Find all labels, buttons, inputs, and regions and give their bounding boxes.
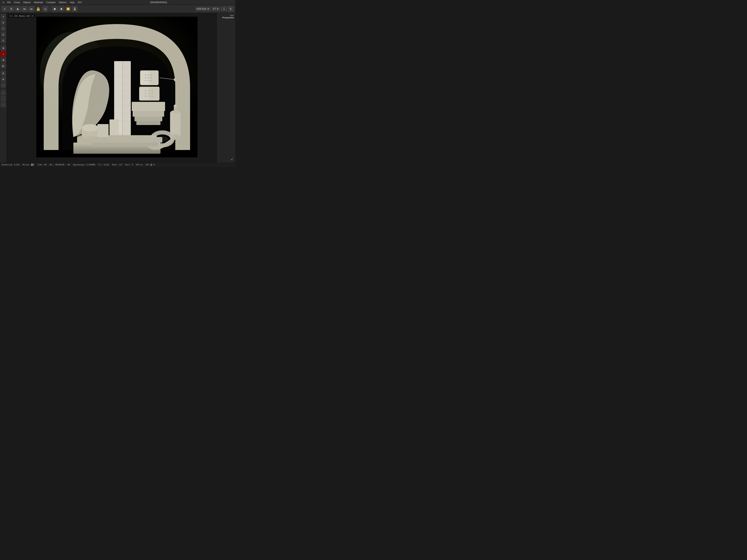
svg-point-20 bbox=[151, 75, 152, 76]
svg-rect-56 bbox=[88, 137, 162, 142]
left-toolbar: ✦ ⊕ ↻ ⊞ ◎ ▦ ● ◑ ◐ ✿ ❋ □ ○ ◦ → bbox=[0, 13, 7, 163]
svg-point-35 bbox=[145, 96, 146, 97]
lt-btn-arrow[interactable]: → bbox=[1, 102, 6, 107]
toolbar-btn-2[interactable]: ⏸ bbox=[8, 6, 14, 11]
hdr-tone-control: HDR tone ▼ PT ▼ 1 ⇅ bbox=[195, 6, 233, 11]
hair-label: Hair: 0 bbox=[125, 164, 133, 166]
gpu-icon: ▊ bbox=[151, 164, 152, 166]
perspective-label: Perspective bbox=[222, 17, 234, 19]
svg-point-18 bbox=[145, 75, 146, 76]
lt-btn-contrast[interactable]: ◐ bbox=[1, 63, 6, 68]
status-mssec: Ms/sec: ▓▒░ bbox=[23, 164, 34, 166]
hamburger-menu[interactable]: ≡ bbox=[1, 1, 5, 4]
svg-point-30 bbox=[148, 90, 150, 91]
menu-materials[interactable]: Materials bbox=[33, 1, 45, 4]
menu-compare[interactable]: Compare bbox=[45, 1, 57, 4]
corner-icon: ↙ bbox=[231, 157, 234, 161]
tri-label: Tri: 0/32k bbox=[98, 164, 109, 166]
toolbar-increment[interactable]: ⇅ bbox=[228, 6, 233, 11]
status-spp: Spp/maxspp: 5/160000 bbox=[73, 164, 95, 166]
svg-point-19 bbox=[148, 75, 149, 76]
hdr-tone-dropdown[interactable]: HDR tone ▼ bbox=[195, 7, 211, 11]
status-gpu: GPU: ▊ S1 bbox=[146, 164, 155, 166]
lt-btn-small[interactable]: ◦ bbox=[1, 96, 6, 101]
status-bar: Rendering: 0.03% Ms/sec: ▓▒░ Time: 00 : … bbox=[0, 163, 235, 167]
view-label: View bbox=[230, 15, 234, 17]
lt-btn-box[interactable]: □ bbox=[1, 83, 6, 88]
lt-btn-select[interactable]: ✦ bbox=[1, 14, 6, 19]
toolbar-btn-6[interactable]: ◎ bbox=[43, 6, 48, 11]
gpu-label: GPU: bbox=[146, 164, 150, 166]
svg-point-24 bbox=[145, 80, 146, 81]
status-tri: Tri: 0/32k bbox=[98, 164, 109, 166]
svg-point-33 bbox=[148, 93, 150, 94]
spp-label: Spp/maxspp: 5/160000 bbox=[73, 164, 95, 166]
svg-rect-54 bbox=[174, 106, 177, 113]
status-time: Time: 00 : 00 : 00/00/00 : 00 bbox=[37, 164, 70, 166]
status-hair: Hair: 0 bbox=[125, 164, 133, 166]
toolbar-btn-7[interactable]: ⏹ bbox=[52, 6, 57, 11]
time-label: Time: 00 : 00 : 00/00/00 : 00 bbox=[37, 164, 70, 166]
svg-rect-28 bbox=[140, 87, 149, 100]
menu-options[interactable]: Options bbox=[57, 1, 68, 4]
toolbar-btn-9[interactable]: ⏪ bbox=[65, 6, 71, 11]
menu-gui[interactable]: GUI bbox=[76, 1, 83, 4]
mesh-label: Mesh: 127 bbox=[112, 164, 122, 166]
lt-btn-move[interactable]: ⊕ bbox=[1, 20, 6, 25]
pt-label: PT bbox=[213, 7, 216, 10]
svg-point-49 bbox=[82, 124, 98, 132]
toolbar-btn-4[interactable]: ⏭ bbox=[22, 6, 27, 11]
svg-rect-50 bbox=[98, 124, 108, 137]
render-canvas bbox=[36, 17, 198, 157]
menu-bar: ≡ File Cloud Objects Materials Compare O… bbox=[0, 0, 235, 5]
lt-btn-checkerboard[interactable]: ▦ bbox=[1, 45, 6, 51]
svg-rect-41 bbox=[133, 111, 164, 117]
svg-point-32 bbox=[145, 93, 146, 94]
svg-point-26 bbox=[151, 80, 152, 81]
rtx-label: RTX:on bbox=[136, 164, 143, 166]
lt-btn-fx2[interactable]: ❋ bbox=[1, 77, 6, 82]
toolbar-btn-3[interactable]: ▶ bbox=[15, 6, 21, 11]
svg-point-25 bbox=[148, 80, 149, 81]
svg-point-36 bbox=[148, 96, 150, 97]
svg-point-55 bbox=[174, 105, 177, 106]
hdr-dropdown-arrow: ▼ bbox=[207, 7, 209, 10]
status-mesh: Mesh: 127 bbox=[112, 164, 122, 166]
lt-btn-red[interactable]: ● bbox=[1, 51, 6, 56]
lt-btn-fx1[interactable]: ✿ bbox=[1, 71, 6, 76]
svg-point-21 bbox=[145, 77, 146, 78]
status-rtx: RTX:on bbox=[136, 164, 143, 166]
lt-btn-camera[interactable]: ◎ bbox=[1, 38, 6, 43]
lt-btn-rotate[interactable]: ↻ bbox=[1, 26, 6, 31]
lt-btn-scale[interactable]: ⊞ bbox=[1, 32, 6, 37]
viewport-info: tri 32k Nodes:263 [C bbox=[8, 15, 35, 18]
render-num[interactable]: 1 bbox=[221, 7, 227, 11]
toolbar-btn-8[interactable]: ⏺ bbox=[58, 6, 64, 11]
pt-dropdown[interactable]: PT ▼ bbox=[212, 7, 220, 11]
lt-sep-3 bbox=[1, 89, 5, 89]
svg-point-31 bbox=[152, 90, 153, 91]
right-panel: View Perspective ↙ bbox=[217, 13, 235, 163]
toolbar-btn-5[interactable]: ⏮ bbox=[28, 6, 34, 11]
svg-rect-57 bbox=[92, 142, 159, 146]
toolbar-btn-10[interactable]: ⌛ bbox=[72, 6, 77, 11]
svg-point-34 bbox=[152, 93, 153, 94]
svg-point-37 bbox=[152, 96, 153, 97]
main-toolbar: ≡ ⏸ ▶ ⏭ ⏮ 🔒 ◎ ⏹ ⏺ ⏪ ⌛ HDR tone ▼ PT ▼ 1 … bbox=[0, 5, 235, 13]
menu-file[interactable]: File bbox=[5, 1, 12, 4]
menu-help[interactable]: Help bbox=[68, 1, 76, 4]
svg-point-39 bbox=[174, 78, 177, 81]
hdr-tone-label: HDR tone bbox=[197, 7, 206, 10]
menu-objects[interactable]: Objects bbox=[22, 1, 32, 4]
svg-rect-42 bbox=[134, 117, 162, 121]
mssec-label: Ms/sec: bbox=[23, 164, 30, 166]
viewport[interactable]: tri 32k Nodes:263 [C bbox=[7, 13, 217, 163]
window-title: [RENDERING] bbox=[83, 1, 234, 4]
toolbar-btn-1[interactable]: ≡ bbox=[2, 6, 7, 11]
lt-btn-half[interactable]: ◑ bbox=[1, 57, 6, 62]
lt-btn-circle[interactable]: ○ bbox=[1, 90, 6, 96]
menu-cloud[interactable]: Cloud bbox=[12, 1, 21, 4]
gpu-val: S1 bbox=[153, 164, 155, 166]
rendering-label: Rendering: 0.03% bbox=[2, 164, 20, 166]
status-rendering: Rendering: 0.03% bbox=[2, 164, 20, 166]
